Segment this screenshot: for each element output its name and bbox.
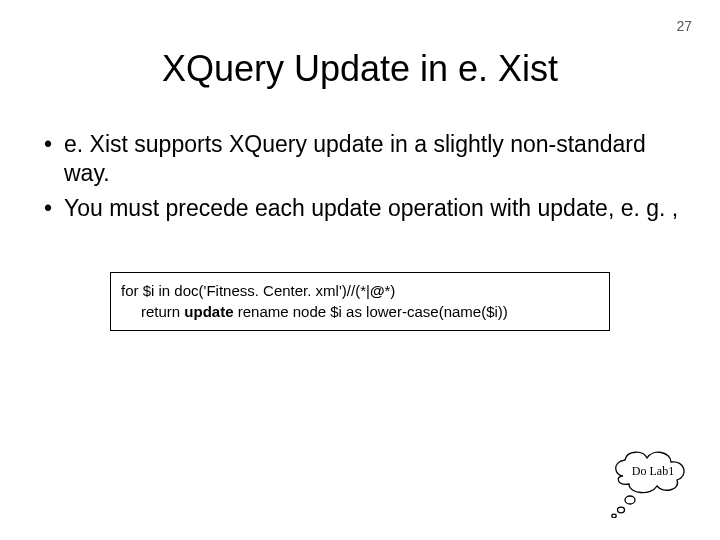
thought-bubble-callout: Do Lab1 bbox=[608, 448, 698, 518]
code-text: rename node $i as lower-case(name($i)) bbox=[234, 303, 508, 320]
svg-point-2 bbox=[612, 514, 616, 518]
code-line-2: return update rename node $i as lower-ca… bbox=[121, 302, 599, 322]
svg-point-1 bbox=[618, 507, 625, 513]
code-line-1: for $i in doc('Fitness. Center. xml')//(… bbox=[121, 281, 599, 301]
code-at-symbol: @ bbox=[370, 282, 385, 299]
code-text: return bbox=[141, 303, 184, 320]
bullet-list: e. Xist supports XQuery update in a slig… bbox=[40, 130, 680, 222]
code-example: for $i in doc('Fitness. Center. xml')//(… bbox=[110, 272, 610, 331]
callout-text: Do Lab1 bbox=[608, 464, 698, 479]
cloud-icon bbox=[608, 448, 698, 518]
slide-title: XQuery Update in e. Xist bbox=[0, 48, 720, 90]
bullet-item: e. Xist supports XQuery update in a slig… bbox=[40, 130, 680, 188]
page-number: 27 bbox=[676, 18, 692, 34]
bullet-item: You must precede each update operation w… bbox=[40, 194, 680, 223]
code-text: for $i in doc('Fitness. Center. xml')//(… bbox=[121, 282, 370, 299]
svg-point-0 bbox=[625, 496, 635, 504]
code-keyword-update: update bbox=[184, 303, 233, 320]
code-text: *) bbox=[385, 282, 396, 299]
